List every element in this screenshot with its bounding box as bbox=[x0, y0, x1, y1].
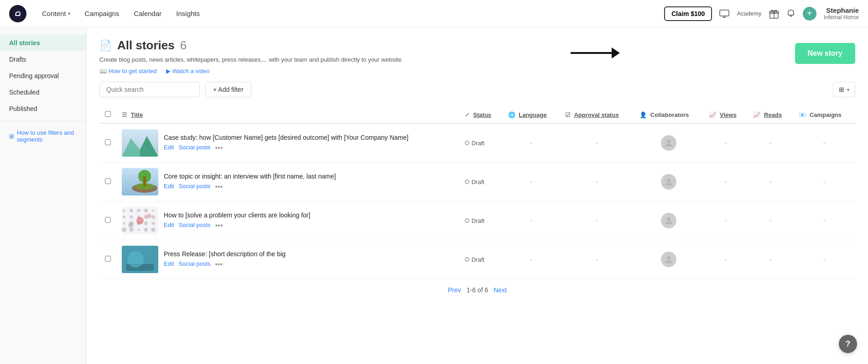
topbar-right: Claim $100 Academy + bbox=[664, 6, 859, 21]
sort-icon: ☰ bbox=[122, 111, 127, 118]
avatar bbox=[661, 213, 676, 228]
avatar bbox=[661, 174, 676, 190]
collaborators-icon: 👤 bbox=[639, 111, 647, 118]
svg-point-0 bbox=[12, 8, 23, 19]
nav-insights[interactable]: Insights bbox=[170, 6, 206, 21]
monitor-icon[interactable] bbox=[719, 10, 729, 18]
search-input[interactable] bbox=[99, 82, 200, 97]
title-cell: Press Release: [short description of the… bbox=[116, 240, 459, 279]
nav-campaigns[interactable]: Campaigns bbox=[78, 6, 126, 21]
svg-point-26 bbox=[123, 222, 125, 225]
claim-button[interactable]: Claim $100 bbox=[664, 6, 712, 21]
th-collaborators: 👤 Collaborators bbox=[634, 106, 703, 123]
watch-video-link[interactable]: ▶ Watch a video bbox=[166, 68, 210, 74]
sidebar-item-all-stories[interactable]: All stories bbox=[0, 35, 86, 51]
row-checkbox[interactable] bbox=[105, 217, 111, 223]
social-posts-link[interactable]: Social posts bbox=[178, 222, 210, 230]
reads-cell: - bbox=[748, 201, 793, 240]
globe-icon: 🌐 bbox=[508, 111, 515, 118]
th-language: 🌐 Language bbox=[503, 106, 560, 123]
new-story-button[interactable]: New story bbox=[795, 43, 855, 64]
svg-point-29 bbox=[144, 222, 148, 225]
prev-button[interactable]: Prev bbox=[448, 286, 461, 294]
pagination-info: 1-6 of 6 bbox=[467, 286, 488, 294]
status-badge: Draft bbox=[465, 140, 497, 147]
edit-link[interactable]: Edit bbox=[164, 222, 174, 230]
language-cell: - bbox=[503, 201, 560, 240]
approval-cell: - bbox=[560, 163, 634, 201]
sidebar-item-drafts[interactable]: Drafts bbox=[0, 51, 86, 68]
next-button[interactable]: Next bbox=[494, 286, 507, 294]
story-title: Case study: how [Customer Name] gets [de… bbox=[164, 134, 408, 141]
how-to-start-link[interactable]: 📖 How to get started bbox=[99, 68, 157, 74]
campaigns-icon: 📧 bbox=[799, 111, 806, 118]
campaigns-cell: - bbox=[793, 201, 855, 240]
chevron-down-icon: ▾ bbox=[68, 11, 70, 16]
approval-icon: ☑ bbox=[565, 111, 571, 118]
sidebar-filters-link[interactable]: ⊞ How to use filters and segments bbox=[0, 125, 86, 148]
edit-link[interactable]: Edit bbox=[164, 144, 174, 152]
topbar: Content ▾ Campaigns Calendar Insights Cl… bbox=[0, 0, 868, 27]
more-options-icon[interactable]: ••• bbox=[215, 144, 223, 152]
help-button[interactable]: ? bbox=[839, 335, 857, 353]
svg-point-22 bbox=[130, 216, 133, 219]
edit-link[interactable]: Edit bbox=[164, 260, 174, 269]
page-description: Create blog posts, news articles, whitep… bbox=[99, 56, 403, 63]
story-thumbnail bbox=[122, 207, 158, 234]
toolbar: + Add filter ⊞ ▾ bbox=[99, 82, 855, 97]
sidebar-item-scheduled[interactable]: Scheduled bbox=[0, 84, 86, 100]
view-toggle-button[interactable]: ⊞ ▾ bbox=[833, 82, 855, 97]
arrow-line bbox=[571, 52, 612, 54]
edit-link[interactable]: Edit bbox=[164, 183, 174, 191]
status-dot-icon bbox=[465, 179, 469, 184]
row-checkbox[interactable] bbox=[105, 178, 111, 184]
th-campaigns: 📧 Campaigns bbox=[793, 106, 855, 123]
svg-point-43 bbox=[667, 256, 670, 260]
nav-content[interactable]: Content ▾ bbox=[36, 6, 77, 21]
views-chart-icon: 📈 bbox=[709, 111, 716, 118]
nav-calendar[interactable]: Calendar bbox=[127, 6, 168, 21]
academy-label[interactable]: Academy bbox=[737, 10, 761, 17]
story-thumbnail bbox=[122, 168, 158, 195]
collaborators-cell bbox=[634, 240, 703, 279]
status-badge: Draft bbox=[465, 256, 497, 263]
select-all-checkbox[interactable] bbox=[105, 111, 111, 117]
status-dot-icon bbox=[465, 257, 469, 262]
svg-point-10 bbox=[667, 140, 670, 143]
plus-circle-button[interactable]: + bbox=[803, 7, 816, 21]
sidebar-item-pending-approval[interactable]: Pending approval bbox=[0, 68, 86, 84]
pagination: Prev 1-6 of 6 Next bbox=[99, 279, 855, 301]
story-title: How to [solve a problem your clients are… bbox=[164, 211, 310, 219]
th-checkbox bbox=[99, 106, 116, 123]
views-cell: - bbox=[703, 123, 748, 163]
arrow-head-icon bbox=[612, 47, 620, 58]
svg-point-39 bbox=[667, 217, 670, 221]
more-options-icon[interactable]: ••• bbox=[215, 260, 223, 269]
campaigns-cell: - bbox=[793, 240, 855, 279]
gift-icon[interactable] bbox=[769, 9, 779, 19]
status-cell: Draft bbox=[459, 201, 503, 240]
row-checkbox[interactable] bbox=[105, 139, 111, 145]
social-posts-link[interactable]: Social posts bbox=[178, 183, 210, 191]
sidebar-item-published[interactable]: Published bbox=[0, 100, 86, 117]
more-options-icon[interactable]: ••• bbox=[215, 183, 223, 191]
logo[interactable] bbox=[9, 5, 26, 22]
bell-icon[interactable] bbox=[786, 9, 795, 19]
language-cell: - bbox=[503, 123, 560, 163]
add-filter-button[interactable]: + Add filter bbox=[205, 82, 251, 97]
approval-cell: - bbox=[560, 240, 634, 279]
social-posts-link[interactable]: Social posts bbox=[178, 144, 210, 152]
reads-chart-icon: 📈 bbox=[753, 111, 760, 118]
svg-point-21 bbox=[123, 216, 125, 218]
story-title: Press Release: [short description of the… bbox=[164, 250, 286, 258]
th-approval: ☑ Approval status bbox=[560, 106, 634, 123]
svg-point-33 bbox=[138, 229, 140, 231]
views-cell: - bbox=[703, 201, 748, 240]
book-icon: 📖 bbox=[99, 68, 107, 74]
row-checkbox[interactable] bbox=[105, 256, 111, 262]
collaborators-cell bbox=[634, 123, 703, 163]
campaigns-cell: - bbox=[793, 123, 855, 163]
more-options-icon[interactable]: ••• bbox=[215, 222, 223, 230]
social-posts-link[interactable]: Social posts bbox=[178, 260, 210, 269]
svg-point-17 bbox=[130, 209, 133, 212]
